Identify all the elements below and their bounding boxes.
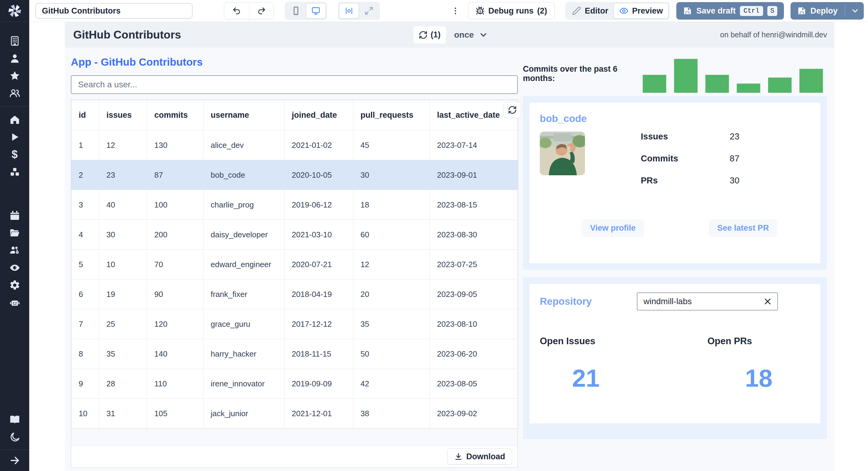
variables-dollar-icon[interactable]: $: [0, 146, 29, 163]
table-cell: 2023-09-01: [430, 160, 518, 190]
pencil-icon: [572, 6, 581, 15]
stat-label: Commits: [641, 154, 730, 164]
table-cell: charlie_prog: [204, 190, 284, 220]
refresh-icon: [508, 105, 517, 114]
save-icon: [683, 6, 692, 15]
save-draft-button[interactable]: Save draft CtrlS: [676, 2, 784, 20]
workers-bot-icon[interactable]: [0, 294, 29, 311]
table-cell: 60: [353, 220, 430, 250]
search-user-input[interactable]: [71, 75, 518, 94]
schedules-calendar-icon[interactable]: [0, 207, 29, 224]
table-cell: 6: [71, 279, 99, 309]
table-row[interactable]: 340100charlie_prog2019-06-12182023-08-15: [71, 190, 518, 220]
table-cell: 30: [353, 160, 430, 190]
download-button[interactable]: Download: [447, 448, 512, 465]
clear-input-x-icon[interactable]: [763, 297, 772, 306]
desktop-view-button[interactable]: [306, 3, 326, 19]
table-cell: 110: [147, 369, 204, 399]
commit-bar: [705, 75, 729, 93]
folder-open-icon[interactable]: [0, 224, 29, 241]
user-icon[interactable]: [0, 50, 29, 67]
download-icon: [454, 452, 463, 461]
undo-button[interactable]: [224, 2, 249, 19]
user-panel: bob_code: [523, 96, 827, 270]
windmill-logo[interactable]: [0, 0, 29, 22]
settings-gear-icon[interactable]: [0, 276, 29, 294]
repository-panel: Repository: [523, 277, 827, 439]
table-cell: 50: [353, 339, 430, 369]
table-cell: 70: [147, 250, 204, 279]
center-align-button[interactable]: [339, 3, 359, 19]
fullscreen-button[interactable]: [359, 3, 379, 19]
table-cell: 2023-08-10: [430, 309, 518, 339]
see-latest-pr-button[interactable]: See latest PR: [709, 219, 777, 237]
runs-play-icon[interactable]: [0, 128, 29, 146]
table-footer: Download: [71, 445, 518, 467]
table-cell: 12: [99, 130, 147, 160]
table-cell: 2023-07-14: [430, 130, 518, 160]
commit-bar: [799, 69, 823, 93]
column-header: issues: [99, 100, 147, 130]
mobile-view-button[interactable]: [286, 3, 306, 19]
chevron-down-icon: [478, 30, 488, 40]
dark-mode-moon-icon[interactable]: [0, 429, 29, 446]
users-icon[interactable]: [0, 85, 29, 102]
star-icon[interactable]: [0, 67, 29, 85]
schedule-mode-dropdown[interactable]: once: [454, 30, 488, 40]
preview-tab[interactable]: Preview: [614, 3, 669, 19]
workspace-building-icon[interactable]: [0, 32, 29, 50]
deploy-dropdown-chevron-icon[interactable]: [850, 6, 860, 15]
table-refresh-button[interactable]: [504, 102, 521, 118]
user-card: bob_code: [530, 103, 820, 263]
column-header: commits: [147, 100, 204, 130]
table-row[interactable]: 928110irene_innovator2019-09-09422023-08…: [71, 369, 518, 399]
refresh-icon: [418, 30, 428, 39]
table-cell: 140: [147, 339, 204, 369]
resources-boxes-icon[interactable]: [0, 163, 29, 181]
home-icon[interactable]: [0, 111, 29, 128]
user-cog-icon[interactable]: [0, 241, 29, 259]
app-canvas: GitHub Contributors (1) once on behalf o…: [65, 22, 834, 471]
table-cell: irene_innovator: [204, 369, 284, 399]
table-row[interactable]: 112130alice_dev2021-01-02452023-07-14: [71, 130, 518, 160]
more-options-kebab-icon[interactable]: [448, 6, 463, 15]
expand-sidebar-arrow-right-icon[interactable]: [0, 452, 29, 469]
table-row[interactable]: 22387bob_code2020-10-05302023-09-01: [71, 160, 518, 190]
debug-runs-label: Debug runs: [488, 6, 533, 16]
table-cell: edward_engineer: [204, 250, 284, 279]
table-row[interactable]: 51070edward_engineer2020-07-21122023-07-…: [71, 250, 518, 279]
stat-label: Issues: [641, 132, 730, 141]
table-row[interactable]: 835140harry_hacker2018-11-15502023-06-20: [71, 339, 518, 369]
table-row[interactable]: 1031105jack_junior2021-12-01382023-09-02: [71, 399, 518, 429]
app-refresh-button[interactable]: (1): [413, 26, 446, 44]
deploy-button[interactable]: Deploy: [790, 2, 864, 20]
editor-tab[interactable]: Editor: [567, 3, 614, 19]
save-icon: [797, 6, 806, 15]
table-row[interactable]: 430200daisy_developer2021-03-10602023-08…: [71, 220, 518, 250]
view-profile-button[interactable]: View profile: [582, 219, 644, 237]
open-issues-block: Open Issues 21: [540, 336, 707, 393]
table-row[interactable]: 61990frank_fixer2018-04-19202023-09-05: [71, 279, 518, 309]
table-cell: 4: [71, 220, 99, 250]
stat-value: 30: [730, 175, 739, 186]
table-cell: 130: [147, 130, 204, 160]
table-row[interactable]: 725120grace_guru2017-12-12352023-08-10: [71, 309, 518, 339]
app-title-input[interactable]: [35, 3, 193, 19]
table-cell: daisy_developer: [204, 220, 284, 250]
avatar-photo: [540, 132, 585, 175]
kbd-ctrl: Ctrl: [740, 6, 763, 16]
audit-eye-icon[interactable]: [0, 259, 29, 276]
docs-book-icon[interactable]: [0, 411, 29, 429]
table-cell: 2021-03-10: [284, 220, 353, 250]
redo-button[interactable]: [249, 2, 274, 19]
undo-redo-group: [224, 2, 274, 20]
table-cell: 2019-06-12: [284, 190, 353, 220]
repository-input[interactable]: [637, 293, 778, 310]
debug-runs-button[interactable]: Debug runs (2): [468, 2, 555, 20]
details-section: Commits over the past 6 months: bob_code: [523, 47, 827, 468]
smartphone-icon: [291, 6, 301, 15]
user-stats: Issues23Commits87PRs30: [641, 132, 810, 186]
save-draft-label: Save draft: [696, 6, 736, 16]
open-prs-value: 18: [707, 364, 810, 393]
stat-value: 87: [730, 154, 739, 164]
